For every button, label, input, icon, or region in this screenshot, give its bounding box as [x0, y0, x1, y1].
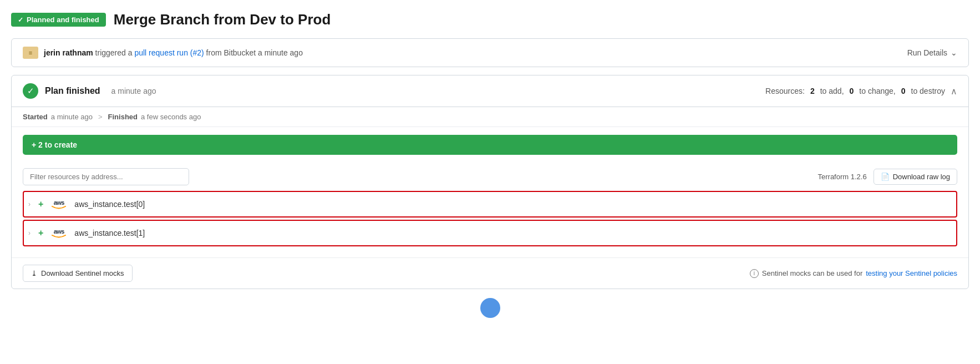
- pull-request-link[interactable]: pull request run (#2): [134, 48, 204, 57]
- resource-item-box-1: › + aws aws_instance.test[1]: [23, 220, 957, 246]
- create-bar: + 2 to create: [23, 135, 957, 155]
- to-add-count: 2: [810, 87, 815, 95]
- filter-row: Terraform 1.2.6 📄 Download raw log: [12, 163, 968, 191]
- chevron-down-icon: ⌄: [951, 48, 957, 57]
- trigger-bar: ≡ jerin rathnam triggered a pull request…: [11, 38, 969, 67]
- resources-label: Resources:: [765, 87, 805, 95]
- to-add-label: to add,: [820, 87, 844, 95]
- trigger-text: ≡ jerin rathnam triggered a pull request…: [23, 47, 303, 59]
- resource-item-0[interactable]: › + aws aws_instance.test[0]: [24, 192, 956, 216]
- resource-name-1: aws_instance.test[1]: [74, 229, 145, 237]
- timing-row: Started a minute ago > Finished a few se…: [12, 107, 968, 127]
- started-label: Started: [23, 113, 48, 121]
- terraform-version: Terraform 1.2.6: [818, 173, 867, 181]
- plan-card: ✓ Plan finished a minute ago Resources: …: [11, 75, 969, 289]
- resource-item-box-0: › + aws aws_instance.test[0]: [23, 191, 957, 218]
- finished-label: Finished: [108, 113, 138, 121]
- plan-header-right: Resources: 2 to add, 0 to change, 0 to d…: [765, 86, 957, 97]
- plan-header-left: ✓ Plan finished a minute ago: [23, 83, 156, 99]
- trigger-user: jerin rathnam triggered a pull request r…: [44, 48, 303, 57]
- chevron-right-icon-0: ›: [28, 200, 31, 208]
- trigger-icon: ≡: [23, 47, 38, 59]
- download-sentinel-button[interactable]: ⤓ Download Sentinel mocks: [23, 265, 133, 282]
- started-time: a minute ago: [51, 113, 93, 121]
- to-destroy-label: to destroy: [911, 87, 945, 95]
- download-raw-log-button[interactable]: 📄 Download raw log: [874, 169, 957, 185]
- bottom-stub: [11, 289, 969, 318]
- sentinel-info-text: Sentinel mocks can be used for: [762, 269, 862, 277]
- to-destroy-count: 0: [901, 87, 906, 95]
- download-sentinel-icon: ⤓: [31, 269, 37, 277]
- check-icon: ✓: [18, 16, 23, 24]
- badge-label: Planned and finished: [27, 16, 99, 24]
- bottom-circle: [480, 298, 500, 318]
- resource-item-1[interactable]: › + aws aws_instance.test[1]: [24, 221, 956, 245]
- to-change-count: 0: [850, 87, 854, 95]
- filter-input[interactable]: [23, 168, 189, 185]
- to-change-label: to change,: [859, 87, 895, 95]
- resource-name-0: aws_instance.test[0]: [74, 200, 145, 209]
- download-icon: 📄: [881, 173, 890, 181]
- plan-title: Plan finished: [45, 86, 100, 96]
- sentinel-policies-link[interactable]: testing your Sentinel policies: [866, 269, 957, 277]
- timing-arrow: >: [98, 113, 103, 121]
- page-header: ✓ Planned and finished Merge Branch from…: [11, 11, 969, 28]
- chevron-right-icon-1: ›: [28, 229, 31, 237]
- page-title: Merge Branch from Dev to Prod: [114, 11, 331, 28]
- aws-logo-0: aws: [49, 198, 69, 211]
- run-details-button[interactable]: Run Details ⌄: [907, 48, 957, 57]
- plan-card-header: ✓ Plan finished a minute ago Resources: …: [12, 75, 968, 107]
- resource-list: › + aws aws_instance.test[0] › +: [12, 191, 968, 254]
- create-bar-label: + 2 to create: [32, 140, 77, 149]
- plan-time: a minute ago: [111, 87, 156, 95]
- sentinel-info: i Sentinel mocks can be used for testing…: [750, 269, 957, 278]
- collapse-icon[interactable]: ∧: [951, 86, 957, 97]
- card-footer: ⤓ Download Sentinel mocks i Sentinel moc…: [12, 257, 968, 289]
- finished-time: a few seconds ago: [141, 113, 201, 121]
- right-actions: Terraform 1.2.6 📄 Download raw log: [818, 169, 958, 185]
- add-icon-0: +: [38, 199, 43, 209]
- add-icon-1: +: [38, 228, 43, 238]
- status-badge: ✓ Planned and finished: [11, 13, 106, 27]
- plan-check-icon: ✓: [23, 83, 38, 99]
- aws-logo-1: aws: [49, 226, 69, 240]
- info-icon: i: [750, 269, 759, 278]
